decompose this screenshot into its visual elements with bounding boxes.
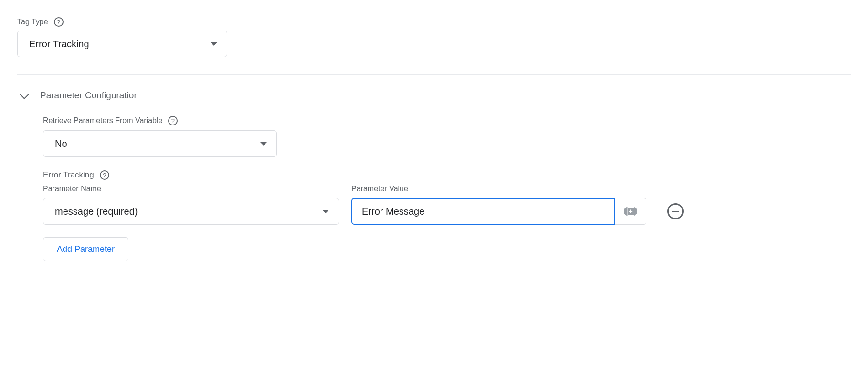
tag-type-value: Error Tracking (29, 39, 89, 50)
retrieve-params-value: No (55, 138, 67, 149)
tag-type-label: Tag Type (17, 18, 48, 26)
remove-parameter-button[interactable] (667, 203, 684, 219)
help-icon[interactable]: ? (168, 116, 178, 125)
caret-down-icon (322, 210, 329, 213)
parameter-value-label: Parameter Value (351, 185, 646, 193)
help-icon[interactable]: ? (54, 17, 64, 27)
parameter-configuration-title: Parameter Configuration (40, 90, 139, 101)
caret-down-icon (260, 142, 267, 146)
caret-down-icon (211, 42, 217, 46)
chevron-down-icon (21, 92, 28, 99)
error-tracking-label: Error Tracking (43, 170, 94, 180)
parameter-name-value: message (required) (55, 206, 138, 217)
parameter-name-select[interactable]: message (required) (43, 198, 339, 225)
tag-type-select[interactable]: Error Tracking (17, 31, 227, 57)
retrieve-params-label: Retrieve Parameters From Variable (43, 116, 162, 125)
parameter-row: Parameter Name message (required) Parame… (43, 185, 851, 225)
variable-picker-button[interactable]: + (615, 198, 646, 225)
divider (17, 74, 851, 75)
parameter-value-input[interactable] (351, 198, 615, 225)
minus-icon (672, 211, 679, 212)
retrieve-params-select[interactable]: No (43, 130, 277, 157)
parameter-configuration-header[interactable]: Parameter Configuration (17, 90, 851, 101)
help-icon[interactable]: ? (100, 170, 109, 180)
variable-icon: + (624, 207, 637, 216)
add-parameter-button[interactable]: Add Parameter (43, 237, 128, 261)
parameter-name-label: Parameter Name (43, 185, 339, 193)
